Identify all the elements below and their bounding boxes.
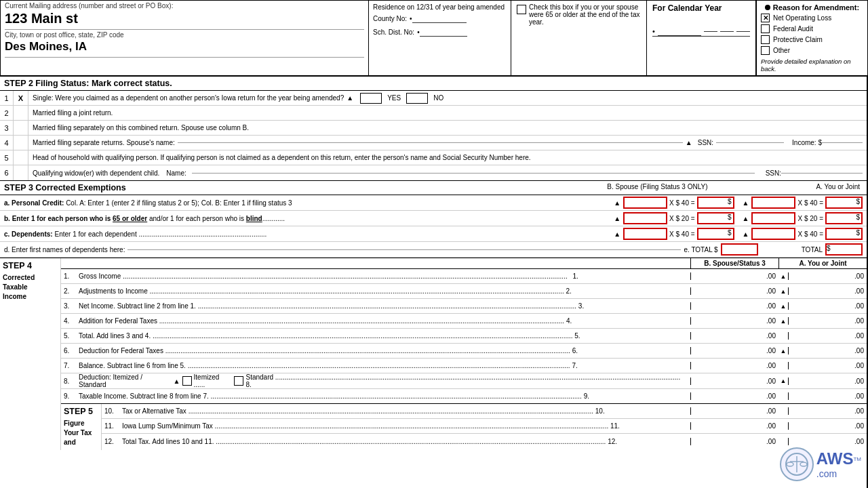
row-2-num: 2 [0, 106, 14, 120]
row-e-label: e. TOTAL $ [684, 246, 717, 253]
row-a-you-input1[interactable] [751, 197, 795, 209]
row-e-you-total[interactable]: $ [825, 243, 863, 256]
row-c-spouse-input[interactable] [623, 228, 667, 240]
sch-dist-input[interactable] [420, 27, 467, 37]
net-op-loss-checkbox[interactable]: ✕ [761, 14, 770, 22]
row-4-spouse-name[interactable] [178, 142, 683, 143]
row5-spouse-val: .00 [690, 332, 778, 340]
row4-spouse-val: .00 [690, 317, 778, 325]
row-b-label: b. Enter 1 for each person who is 65 or … [4, 215, 611, 222]
sch-dist-row: Sch. Dist. No: • [373, 27, 507, 37]
row2-spouse-val: .00 [690, 287, 778, 295]
row-a-spouse-inputs: X $ 40 = $ [623, 197, 734, 209]
row-6-check-empty [14, 165, 28, 180]
residence-section: Residence on 12/31 of year being amended… [369, 1, 511, 75]
row-4-ssn-label: SSN: [698, 139, 713, 146]
row-6-num: 6 [0, 165, 14, 180]
row-6-ssn-input[interactable] [781, 173, 863, 174]
age-checkbox[interactable] [517, 5, 526, 14]
row-c-you-dollar[interactable]: $ [825, 228, 863, 240]
row11-content: 11. Iowa Lump Sum/Minimum Tax ..........… [102, 422, 690, 430]
standard-checkbox[interactable] [234, 376, 243, 386]
exempt-row-a: a. Personal Credit: Col. A: Enter 1 (ent… [0, 195, 867, 211]
row3-spouse-val: .00 [690, 302, 778, 310]
row-c-you-input[interactable] [751, 228, 795, 240]
year-dash1 [704, 31, 717, 32]
step4-col-headers: B. Spouse/Status 3 A. You or Joint [61, 258, 867, 269]
step4-you-col-header: A. You or Joint [778, 258, 867, 268]
city-label: City, town or post office, state, ZIP co… [5, 31, 364, 39]
itemized-checkbox[interactable] [182, 376, 192, 386]
scales-icon [785, 452, 809, 476]
row-6-text: Qualifying widow(er) with dependent chil… [33, 169, 159, 177]
address-left: Current Mailing address (number and stre… [1, 1, 369, 75]
row6-you-val: .00 [788, 347, 867, 354]
year-input[interactable] [658, 26, 701, 36]
row-a-spouse-dollar[interactable]: $ [697, 197, 734, 209]
row-c-spouse-dollar[interactable]: $ [697, 228, 734, 240]
row-a-you-dollar[interactable]: $ [825, 197, 863, 209]
row-6-ssn-label: SSN: [766, 169, 781, 177]
row10-you-val: .00 [788, 407, 867, 415]
step5-sub-label: FigureYour Taxand [64, 419, 98, 447]
year-dash3 [736, 31, 750, 32]
row-b-spouse-dollar[interactable]: $ [697, 212, 734, 224]
row4-you-val: .00 [788, 317, 867, 325]
row11-spouse-val: .00 [690, 422, 778, 430]
row-e-spouse-total[interactable] [721, 243, 758, 256]
row-2-text: Married filing a joint return. [33, 109, 113, 117]
calendar-year-label: For Calendar Year [652, 3, 750, 13]
step4-row-2: 2. Adjustments to Income ...............… [61, 284, 867, 299]
federal-audit-checkbox[interactable] [761, 24, 770, 33]
page-container: Current Mailing address (number and stre… [0, 0, 868, 488]
row-5-check-empty [14, 150, 28, 165]
step4-spouse-col-header: B. Spouse/Status 3 [690, 258, 778, 268]
protective-claim-checkbox[interactable] [761, 35, 770, 44]
step4-row-6: 6. Deduction for Federal Taxes .........… [61, 344, 867, 359]
row-a-triangle: ▲ [614, 199, 620, 207]
you-or-joint-header: A. You or Joint [816, 183, 861, 190]
row-a-label: a. Personal Credit: Col. A: Enter 1 (ent… [4, 199, 611, 207]
no-box[interactable] [406, 93, 428, 104]
step4-row5-content: 5. Total. Add lines 3 and 4. ...........… [61, 332, 690, 340]
row-b-you-dollar[interactable]: $ [825, 212, 863, 224]
row-5-num: 5 [0, 150, 14, 165]
step5-row-12: 12. Total Tax. Add lines 10 and 11. ....… [102, 434, 867, 449]
other-checkbox[interactable] [761, 46, 770, 55]
row-a-spouse-input1[interactable] [623, 197, 667, 209]
address-value: 123 Main st [5, 11, 364, 30]
row-1-checkbox[interactable]: X [14, 91, 28, 105]
county-input[interactable] [412, 14, 467, 23]
row-d-dependents-input[interactable] [127, 249, 681, 250]
aws-logo [780, 447, 814, 481]
step4-row1-content: 1. Gross Income ........................… [61, 272, 690, 280]
year-bullet: • [652, 27, 655, 35]
row-a-x40-you: X $ 40 = [797, 199, 823, 207]
row9-spouse-val: .00 [690, 392, 778, 400]
row-4-ssn-input[interactable] [716, 142, 784, 143]
row-c-you-inputs: X $ 40 = $ [751, 228, 863, 240]
row8-triangle: ▲ [778, 378, 788, 384]
row8-you-val: .00 [788, 378, 867, 385]
step4-row6-content: 6. Deduction for Federal Taxes .........… [61, 347, 690, 354]
row-b-spouse-input[interactable] [623, 212, 667, 224]
row-4-triangle: ▲ [686, 139, 692, 146]
row5-you-val: .00 [788, 332, 867, 340]
row-6-content: Qualifying widow(er) with dependent chil… [28, 168, 867, 178]
step4-layout: STEP 4 CorrectedTaxableIncome B. Spouse/… [0, 258, 867, 450]
federal-audit-label: Federal Audit [773, 25, 813, 33]
county-row: County No: • [373, 14, 507, 23]
row-3-text: Married filing separately on this combin… [33, 124, 249, 131]
row-2-check-empty [14, 106, 28, 120]
row1-line: 1. [568, 272, 584, 280]
row-6-name-input[interactable] [192, 173, 755, 174]
row-b-you-input[interactable] [751, 212, 795, 224]
yes-box[interactable] [360, 93, 382, 104]
aws-brand-text: AWSTM .com [816, 449, 861, 479]
step4-header: STEP 4 [3, 261, 58, 270]
row-c-triangle2: ▲ [743, 230, 749, 238]
step2-section: STEP 2 Filing Status: Mark correct statu… [0, 77, 867, 181]
county-label: County No: [373, 15, 407, 22]
step5-items: 10. Tax or Alternative Tax .............… [102, 404, 867, 450]
row-4-income-input[interactable] [822, 142, 863, 143]
